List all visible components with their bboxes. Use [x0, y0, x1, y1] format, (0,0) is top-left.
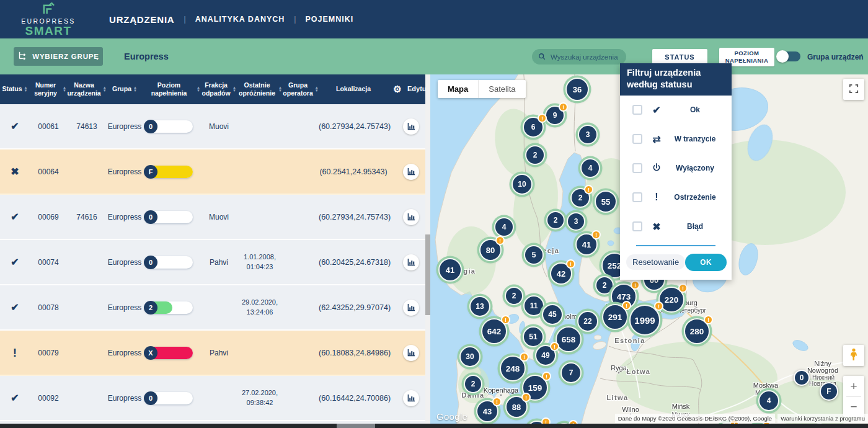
map-cluster[interactable]: 3 — [578, 125, 598, 145]
filter-option-5[interactable]: ✖Błąd — [620, 212, 732, 241]
map-cluster[interactable]: 42! — [550, 262, 572, 285]
filter-checkbox[interactable] — [632, 134, 642, 144]
map-fullscreen-button[interactable] — [843, 79, 864, 100]
sort-icon[interactable]: ▲▼ — [24, 86, 28, 92]
sort-icon[interactable]: ▲▼ — [133, 86, 137, 92]
device-search[interactable] — [532, 49, 626, 65]
map-cluster[interactable]: 4 — [580, 158, 600, 178]
ok-button[interactable]: OK — [685, 254, 727, 271]
map-cluster[interactable]: 49! — [535, 345, 556, 366]
map-marker[interactable]: 0 — [794, 370, 810, 386]
sort-icon[interactable]: ▲▼ — [63, 86, 66, 92]
map-cluster[interactable]: 2 — [505, 287, 523, 305]
nav-item-1[interactable]: URZĄDZENIA — [109, 14, 175, 25]
column-header-7[interactable]: Ostatnie opróżnienie▲▼ — [237, 81, 283, 97]
map-cluster[interactable]: 43! — [476, 400, 498, 422]
map-cluster[interactable]: 30 — [459, 346, 480, 367]
map-cluster[interactable]: 2! — [570, 188, 590, 208]
map-cluster[interactable]: 7 — [560, 362, 582, 383]
filter-checkbox[interactable] — [632, 221, 642, 231]
column-header-5[interactable]: Poziom napełnienia▲▼ — [143, 81, 201, 97]
map-cluster[interactable]: 3 — [567, 212, 585, 231]
column-header-4[interactable]: Grupa▲▼ — [107, 85, 143, 93]
select-group-button[interactable]: WYBIERZ GRUPĘ — [14, 47, 103, 66]
filter-checkbox[interactable] — [632, 192, 642, 202]
map-cluster[interactable]: 41! — [575, 233, 598, 256]
row-chart-button[interactable] — [403, 345, 419, 361]
nav-item-2[interactable]: ANALITYKA DANYCH — [195, 15, 285, 24]
table-row[interactable]: ✖00064EuropressF(60.2541,24.95343) — [0, 149, 425, 195]
map-cluster[interactable]: 658 — [556, 326, 582, 352]
filter-option-4[interactable]: !Ostrzeżenie — [620, 183, 732, 212]
column-settings-gear-icon[interactable]: ⚙ — [388, 84, 407, 96]
map-cluster[interactable]: 11 — [523, 295, 544, 316]
filter-option-1[interactable]: ✔Ok — [620, 96, 732, 125]
filter-option-3[interactable]: Wyłączony — [620, 154, 732, 183]
zoom-in-button[interactable]: + — [843, 376, 864, 396]
map-cluster[interactable]: 45 — [542, 304, 563, 325]
row-chart-button[interactable] — [403, 300, 419, 316]
map-cluster[interactable]: 80! — [479, 239, 502, 261]
terms-link[interactable]: Warunki korzystania z programu — [777, 414, 868, 423]
sort-icon[interactable]: ▲▼ — [103, 86, 107, 92]
sort-icon[interactable]: ▲▼ — [315, 86, 319, 92]
map-marker[interactable]: F — [820, 382, 838, 401]
table-row[interactable]: !00079EuropressXPahvi(60.18083,24.84986) — [0, 331, 425, 376]
map-cluster[interactable]: 2 — [546, 211, 565, 230]
row-chart-button[interactable] — [403, 164, 419, 180]
map-cluster[interactable]: 36 — [565, 78, 589, 101]
column-header-2[interactable]: Numer seryjny▲▼ — [30, 81, 67, 97]
device-group-toggle[interactable] — [777, 51, 800, 61]
column-header-8[interactable]: Grupa operatora▲▼ — [283, 81, 319, 97]
map-cluster[interactable]: 4 — [494, 217, 514, 237]
map-cluster[interactable]: 55 — [595, 190, 617, 213]
brand-logo[interactable]: EUROPRESS SMART — [17, 2, 79, 37]
map-cluster[interactable]: 9! — [545, 105, 565, 125]
map-cluster[interactable]: 51 — [523, 326, 544, 347]
table-vertical-scrollbar[interactable]: ▼ — [425, 74, 430, 428]
map-cluster[interactable]: 5 — [524, 245, 544, 265]
table-row[interactable]: ✔00078Europress229.02.2020, 13:24:06(62.… — [0, 285, 425, 331]
filter-checkbox[interactable] — [632, 105, 642, 115]
map-cluster[interactable]: 13 — [469, 296, 490, 317]
table-row[interactable]: ✔00074Europress0Pahvi1.01.2008, 01:04:23… — [0, 240, 425, 285]
search-input[interactable] — [549, 53, 624, 61]
sort-icon[interactable]: ▲▼ — [197, 86, 200, 92]
map-type-mapa[interactable]: Mapa — [438, 80, 478, 98]
map-cluster[interactable]: 41 — [438, 258, 462, 282]
scrollbar-thumb[interactable] — [425, 234, 430, 315]
map-cluster[interactable]: 4 — [758, 390, 779, 411]
table-row[interactable]: ✔0006974616Europress0Muovi(60.27934,24.7… — [0, 195, 425, 240]
map-cluster[interactable]: 280! — [684, 318, 710, 344]
row-chart-button[interactable] — [403, 118, 419, 135]
row-chart-button[interactable] — [403, 390, 419, 406]
nav-item-3[interactable]: POJEMNIKI — [305, 15, 353, 24]
map-cluster[interactable]: 291! — [602, 304, 628, 330]
filter-checkbox[interactable] — [632, 163, 642, 173]
column-header-6[interactable]: Frakcja odpadów▲▼ — [201, 81, 237, 97]
row-chart-button[interactable] — [403, 209, 419, 225]
map-cluster[interactable]: 1999! — [629, 305, 660, 336]
table-row[interactable]: ✔00092Europress027.02.2020, 09:38:42(60.… — [0, 376, 425, 421]
map-cluster[interactable]: 248! — [500, 355, 526, 381]
map-cluster[interactable]: 2 — [525, 145, 545, 165]
column-header-3[interactable]: Nazwa urządzenia▲▼ — [67, 81, 107, 97]
map-cluster[interactable]: 2 — [464, 375, 482, 393]
table-row[interactable]: ✔0006174613Europress0Muovi(60.27934,24.7… — [0, 104, 425, 149]
map-type-satelita[interactable]: Satelita — [478, 80, 525, 98]
filter-option-2[interactable]: ⇄W tranzycie — [620, 125, 732, 154]
sort-icon[interactable]: ▲▼ — [232, 86, 236, 92]
map-cluster[interactable]: 22 — [577, 311, 598, 332]
reset-button[interactable]: Resetowanie — [626, 254, 685, 270]
page-horizontal-scrollbar[interactable] — [0, 424, 868, 428]
map-cluster[interactable]: 642! — [481, 318, 507, 344]
map-cluster[interactable]: 88! — [505, 396, 528, 418]
scrollbar-thumb[interactable] — [337, 424, 375, 428]
status-filter-button[interactable]: STATUS — [652, 49, 707, 65]
row-chart-button[interactable] — [403, 254, 419, 270]
map-cluster[interactable]: 10 — [512, 174, 533, 195]
map-cluster[interactable]: 6! — [523, 117, 544, 138]
street-view-pegman-button[interactable] — [843, 345, 864, 366]
column-header-1[interactable]: Status▲▼ — [0, 85, 30, 93]
sort-icon[interactable]: ▲▼ — [278, 86, 282, 92]
